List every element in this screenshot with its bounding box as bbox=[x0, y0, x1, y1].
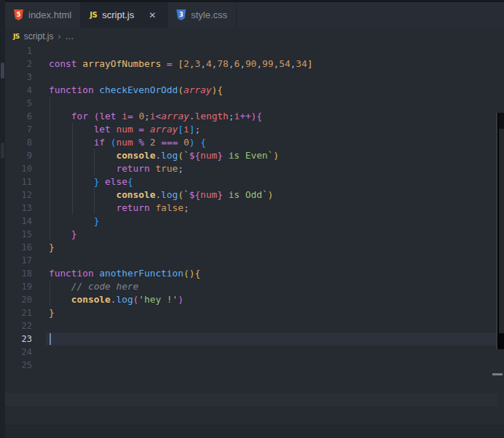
code-token: ) bbox=[273, 150, 279, 161]
code-token: 'hey !' bbox=[138, 294, 178, 305]
adjacent-editor-footer bbox=[499, 333, 504, 349]
tab-index-html[interactable]: 5 index.html bbox=[5, 2, 81, 28]
code-token: % bbox=[138, 137, 144, 148]
breadcrumb-more[interactable]: … bbox=[66, 31, 74, 41]
code-line[interactable]: } bbox=[49, 228, 497, 241]
line-number: 15 bbox=[5, 228, 32, 241]
line-number: 12 bbox=[5, 188, 32, 202]
line-number: 16 bbox=[5, 241, 32, 254]
code-token: ( bbox=[178, 189, 184, 200]
tab-style-css[interactable]: 3 style.css bbox=[168, 2, 237, 28]
line-number: 3 bbox=[5, 71, 32, 84]
code-token: ( bbox=[178, 150, 184, 161]
code-token bbox=[49, 150, 116, 161]
resize-handle[interactable] bbox=[492, 373, 503, 375]
code-token: ( bbox=[184, 268, 189, 279]
line-number: 14 bbox=[5, 215, 32, 228]
code-token: const bbox=[49, 58, 77, 69]
line-number: 8 bbox=[5, 136, 32, 149]
code-line[interactable]: function anotherFunction(){ bbox=[49, 267, 497, 280]
code-token bbox=[49, 176, 94, 187]
code-token: , bbox=[200, 58, 206, 69]
line-number: 23 bbox=[5, 333, 32, 346]
code-token: } bbox=[49, 307, 55, 318]
code-token: ; bbox=[178, 163, 184, 174]
code-line[interactable]: } bbox=[49, 306, 497, 319]
code-line[interactable]: return false; bbox=[49, 202, 497, 215]
code-token bbox=[49, 228, 71, 239]
code-token bbox=[178, 137, 184, 148]
code-token: { bbox=[127, 176, 133, 187]
code-token: ] bbox=[307, 58, 313, 69]
code-token: { bbox=[200, 137, 206, 148]
code-editor[interactable]: 1234567891011121314151617181920212223242… bbox=[5, 44, 497, 438]
code-line[interactable] bbox=[49, 319, 497, 333]
code-line[interactable] bbox=[49, 254, 497, 267]
code-line[interactable]: console.log(`${num} is Even`) bbox=[49, 149, 497, 162]
adjacent-editor-sliver[interactable] bbox=[497, 113, 504, 349]
code-line[interactable]: if (num % 2 === 0) { bbox=[49, 136, 497, 149]
horizontal-scrollbar[interactable] bbox=[5, 393, 497, 406]
code-line[interactable]: const arrayOfNumbers = [2,3,4,78,6,90,99… bbox=[49, 57, 497, 71]
code-line[interactable]: } bbox=[49, 241, 497, 254]
code-token: } bbox=[49, 242, 55, 252]
code-token: log bbox=[116, 294, 133, 305]
line-number: 6 bbox=[5, 110, 32, 123]
code-token: 0 bbox=[138, 111, 144, 122]
code-token: log bbox=[161, 150, 178, 161]
code-token: 78 bbox=[217, 58, 228, 69]
code-token: , bbox=[256, 58, 262, 69]
code-line[interactable]: // code here bbox=[49, 280, 497, 293]
code-line[interactable] bbox=[49, 44, 497, 57]
tab-script-js[interactable]: JS script.js ✕ bbox=[81, 2, 168, 28]
code-token: = bbox=[138, 124, 144, 135]
code-token bbox=[49, 294, 71, 305]
editor-bottom-band bbox=[5, 425, 504, 438]
code-token: ) bbox=[189, 137, 195, 148]
close-tab-icon[interactable]: ✕ bbox=[146, 9, 158, 21]
code-token: 6 bbox=[234, 58, 240, 69]
code-line[interactable]: } else{ bbox=[49, 175, 497, 188]
code-token: , bbox=[273, 58, 279, 69]
line-number: 20 bbox=[5, 293, 32, 306]
code-token: arrayOfNumbers bbox=[82, 58, 161, 69]
code-editor-window: 5 index.html JS script.js ✕ 3 style.css … bbox=[0, 0, 504, 438]
code-token: 99 bbox=[262, 58, 273, 69]
code-line[interactable]: return true; bbox=[49, 162, 497, 175]
code-token: array bbox=[150, 124, 178, 135]
code-token: } bbox=[217, 189, 223, 200]
code-token: console bbox=[71, 294, 111, 305]
js-file-icon: JS bbox=[90, 11, 97, 19]
code-line[interactable] bbox=[49, 346, 497, 359]
code-line[interactable] bbox=[49, 97, 497, 110]
code-token bbox=[49, 111, 71, 122]
code-token: is Even bbox=[223, 150, 268, 161]
adjacent-editor-header bbox=[499, 113, 504, 129]
code-token: is Odd bbox=[223, 189, 262, 200]
breadcrumb: JS script.js › … bbox=[5, 28, 504, 44]
code-line[interactable] bbox=[49, 359, 497, 372]
code-token: 3 bbox=[194, 58, 200, 69]
line-number: 24 bbox=[5, 346, 32, 359]
code-token: ${ bbox=[189, 150, 200, 161]
code-token: = bbox=[127, 111, 133, 122]
code-line[interactable]: console.log(`${num} is Odd`) bbox=[49, 188, 497, 202]
code-token: ; bbox=[194, 124, 200, 135]
code-token: function bbox=[49, 84, 94, 95]
breadcrumb-file[interactable]: script.js bbox=[24, 31, 54, 41]
code-token: num bbox=[200, 150, 217, 161]
code-token: console bbox=[116, 189, 155, 200]
code-line[interactable]: function checkEvenOrOdd(array){ bbox=[49, 84, 497, 97]
code-line[interactable]: console.log('hey !') bbox=[49, 293, 497, 306]
tab-label: style.css bbox=[191, 9, 227, 20]
code-token: log bbox=[161, 189, 178, 200]
code-token: ; bbox=[144, 111, 150, 122]
code-token: return bbox=[116, 202, 149, 213]
code-line[interactable]: } bbox=[49, 215, 497, 228]
code-line[interactable]: let num = array[i]; bbox=[49, 123, 497, 136]
line-number: 13 bbox=[5, 202, 32, 215]
code-line[interactable] bbox=[49, 71, 497, 84]
code-line[interactable]: for (let i= 0;i<array.length;i++){ bbox=[49, 110, 497, 123]
editor-tab-bar: 5 index.html JS script.js ✕ 3 style.css bbox=[5, 2, 504, 28]
code-line[interactable] bbox=[49, 333, 497, 346]
